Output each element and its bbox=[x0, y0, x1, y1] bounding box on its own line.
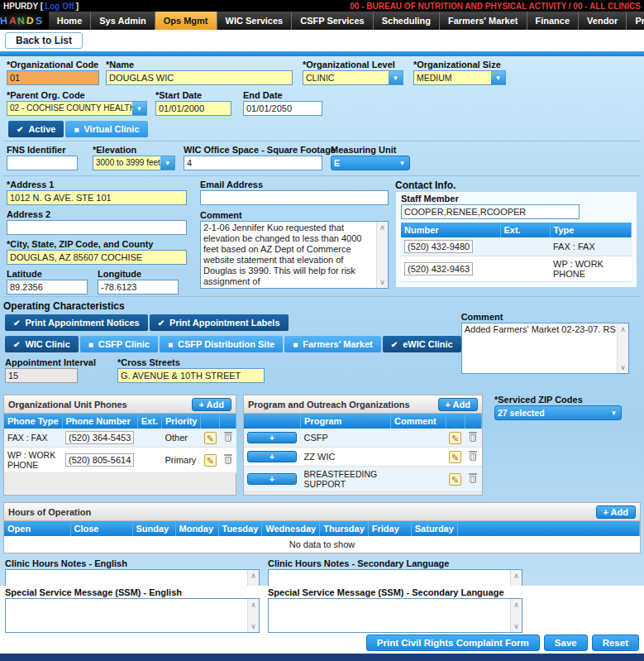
ssm-section: Special Service Message (SSM) - English … bbox=[0, 586, 644, 654]
clinic-hours-notes-english-textarea[interactable]: ∧ ∨ bbox=[5, 569, 260, 586]
address1-input[interactable]: 1012 N. G AVE. STE 101 bbox=[7, 190, 187, 205]
ssm-english-textarea[interactable]: ∧ ∨ bbox=[5, 598, 260, 633]
scroll-up-icon[interactable]: ∧ bbox=[513, 601, 519, 609]
scrollbar[interactable]: ∧ ∨ bbox=[510, 599, 522, 632]
square-icon: ■ bbox=[168, 340, 173, 349]
zip-codes-column: *Serviced ZIP Codes 27 selected ▼ bbox=[494, 395, 635, 496]
tab-ops-mgmt[interactable]: Ops Mgmt bbox=[155, 12, 217, 30]
org-level-dropdown[interactable]: CLINIC ▼ bbox=[303, 70, 403, 85]
print-civil-rights-form-button[interactable]: Print Civil Rights Complaint Form bbox=[366, 635, 540, 651]
delete-icon[interactable] bbox=[468, 472, 478, 484]
print-appointment-notices-toggle[interactable]: ✔ Print Appointment Notices bbox=[5, 314, 148, 331]
org-size-dropdown[interactable]: MEDIUM ▼ bbox=[413, 70, 506, 85]
comment-textarea[interactable]: 2-1-06 Jennifer Kuo requested that eleva… bbox=[200, 221, 389, 289]
add-program-button[interactable]: + Add bbox=[438, 398, 478, 411]
parent-org-dropdown[interactable]: 02 - COCHISE COUNTY HEALTH DE ▼ bbox=[7, 101, 147, 116]
tab-program-integrity[interactable]: Program Integrity bbox=[627, 12, 644, 30]
tab-finance[interactable]: Finance bbox=[527, 12, 580, 30]
log-off-link[interactable]: Log Off bbox=[45, 2, 74, 11]
phone-number-field[interactable]: (520) 805-5614 bbox=[65, 453, 134, 467]
scroll-up-icon[interactable]: ∧ bbox=[513, 572, 519, 580]
wic-clinic-toggle[interactable]: ✔ WIC Clinic bbox=[5, 336, 79, 352]
tab-wic-services[interactable]: WIC Services bbox=[217, 12, 293, 30]
cross-streets-input[interactable]: G. AVENUE & 10TH STREET bbox=[117, 368, 265, 383]
phone-number-field[interactable]: (520) 432-9463 bbox=[404, 262, 473, 275]
scroll-up-icon[interactable]: ∧ bbox=[250, 572, 256, 580]
staff-member-input[interactable]: COOPER,RENEE,RCOOPER bbox=[401, 204, 580, 219]
scroll-up-icon[interactable]: ∧ bbox=[620, 325, 626, 333]
delete-icon[interactable] bbox=[223, 453, 233, 465]
scrollbar[interactable]: ∧ ∨ bbox=[247, 570, 259, 586]
expand-row-button[interactable]: + bbox=[247, 451, 297, 462]
check-icon: ✔ bbox=[13, 319, 20, 328]
delete-icon[interactable] bbox=[468, 450, 478, 462]
address2-input[interactable] bbox=[7, 220, 187, 235]
tab-scheduling[interactable]: Scheduling bbox=[374, 12, 440, 30]
scroll-up-icon[interactable]: ∧ bbox=[379, 223, 385, 232]
tab-vendor[interactable]: Vendor bbox=[579, 12, 627, 30]
edit-icon[interactable]: ✎ bbox=[449, 451, 461, 463]
end-date-input[interactable]: 01/01/2050 bbox=[243, 101, 322, 116]
csfp-clinic-toggle[interactable]: ■ CSFP Clinic bbox=[80, 336, 158, 352]
chevron-down-icon: ▼ bbox=[607, 406, 621, 419]
office-space-input[interactable]: 4 bbox=[184, 156, 322, 170]
expand-row-button[interactable]: + bbox=[247, 432, 297, 443]
edit-icon[interactable]: ✎ bbox=[449, 473, 461, 486]
scroll-down-icon[interactable]: ∨ bbox=[379, 278, 385, 286]
ssm-secondary-textarea[interactable]: ∧ ∨ bbox=[268, 598, 522, 633]
add-hours-button[interactable]: + Add bbox=[596, 505, 636, 519]
scrollbar[interactable]: ∧ ∨ bbox=[376, 222, 388, 288]
delete-icon[interactable] bbox=[223, 431, 233, 443]
latitude-input[interactable]: 89.2356 bbox=[7, 280, 88, 295]
edit-icon[interactable]: ✎ bbox=[204, 454, 217, 467]
delete-icon[interactable] bbox=[468, 431, 478, 443]
fns-input[interactable] bbox=[7, 156, 78, 170]
expand-row-button[interactable]: + bbox=[247, 473, 297, 485]
hours-table: Open Close Sunday Monday Tuesday Wednesd… bbox=[4, 521, 640, 536]
virtual-clinic-toggle[interactable]: ■ Virtual Clinic bbox=[65, 121, 147, 137]
elevation-dropdown[interactable]: 3000 to 3999 feet ▼ bbox=[93, 156, 175, 170]
appointment-interval-input[interactable]: 15 bbox=[5, 368, 78, 383]
name-input[interactable]: DOUGLAS WIC bbox=[106, 70, 293, 85]
edit-icon[interactable]: ✎ bbox=[449, 432, 461, 444]
back-to-list-button[interactable]: Back to List bbox=[5, 32, 83, 49]
tab-home[interactable]: Home bbox=[49, 12, 92, 30]
scroll-down-icon[interactable]: ∨ bbox=[250, 622, 256, 630]
print-appointment-labels-toggle[interactable]: ✔ Print Appointment Labels bbox=[150, 314, 289, 331]
operating-comment-textarea[interactable]: Added Farmers' Market 02-23-07. RS ∧ ∨ bbox=[461, 323, 629, 374]
address2-label: Address 2 bbox=[7, 209, 187, 219]
scroll-up-icon[interactable]: ∧ bbox=[250, 601, 256, 609]
longitude-input[interactable]: -78.6123 bbox=[98, 280, 179, 295]
ewic-clinic-toggle[interactable]: ✔ eWIC Clinic bbox=[383, 336, 461, 352]
edit-icon[interactable]: ✎ bbox=[204, 432, 217, 444]
scrollbar[interactable]: ∧ ∨ bbox=[617, 323, 628, 373]
start-date-input[interactable]: 01/01/2000 bbox=[155, 101, 231, 116]
phone-number-field[interactable]: (520) 364-5453 bbox=[65, 431, 134, 444]
chevron-down-icon: ▼ bbox=[491, 71, 505, 84]
tab-farmers-market[interactable]: Farmers' Market bbox=[440, 12, 527, 30]
save-button[interactable]: Save bbox=[544, 635, 588, 651]
org-code-input[interactable]: 01 bbox=[7, 70, 99, 85]
tab-sys-admin[interactable]: Sys Admin bbox=[91, 12, 155, 30]
scroll-down-icon[interactable]: ∨ bbox=[513, 622, 519, 630]
appointment-interval-label: Appointment Interval bbox=[5, 357, 78, 367]
add-phone-button[interactable]: + Add bbox=[192, 398, 231, 411]
email-comment-column: Email Address Comment 2-1-06 Jennifer Ku… bbox=[200, 180, 389, 295]
reset-button[interactable]: Reset bbox=[592, 635, 639, 651]
scroll-down-icon[interactable]: ∨ bbox=[620, 363, 626, 371]
hands-logo: HANDS bbox=[0, 12, 42, 30]
table-row: (520) 432-9480 FAX : FAX bbox=[401, 237, 632, 256]
measuring-unit-dropdown[interactable]: E ▼ bbox=[331, 156, 410, 170]
serviced-zip-dropdown[interactable]: 27 selected ▼ bbox=[494, 405, 622, 420]
active-toggle[interactable]: ✔ Active bbox=[8, 121, 64, 137]
clinic-hours-notes-secondary-textarea[interactable]: ∧ ∨ bbox=[268, 569, 522, 586]
scrollbar[interactable]: ∧ ∨ bbox=[247, 599, 259, 632]
farmers-market-toggle[interactable]: ■ Farmers' Market bbox=[284, 336, 381, 352]
tab-csfp-services[interactable]: CSFP Services bbox=[292, 12, 373, 30]
email-input[interactable] bbox=[200, 190, 389, 205]
csfp-distribution-site-toggle[interactable]: ■ CSFP Distribution Site bbox=[160, 336, 283, 352]
city-state-zip-input[interactable]: DOUGLAS, AZ 85607 COCHISE bbox=[7, 250, 187, 265]
col-type: Type bbox=[550, 223, 632, 237]
phone-number-field[interactable]: (520) 432-9480 bbox=[404, 240, 473, 253]
scrollbar[interactable]: ∧ ∨ bbox=[510, 570, 522, 586]
